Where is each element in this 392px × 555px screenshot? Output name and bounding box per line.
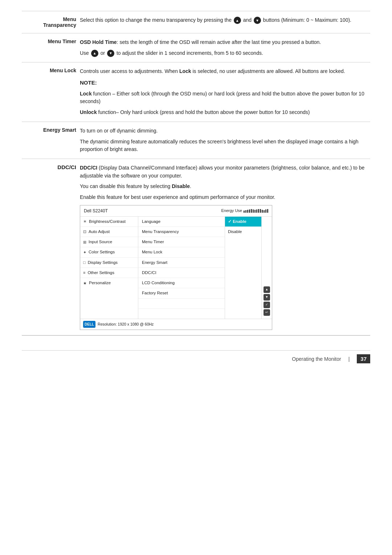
osd-energy-label: Energy Use <box>221 208 242 214</box>
label-menu-transparency: Menu Transparency <box>22 11 80 33</box>
osd-options-panel: Enable Disable <box>225 217 261 319</box>
bar-11 <box>262 210 263 213</box>
other-settings-icon: ≡ <box>83 270 85 276</box>
page-wrapper: Menu Transparency Select this option to … <box>0 0 392 385</box>
osd-submenu-energy-smart[interactable]: Energy Smart <box>138 258 225 268</box>
row-menu-timer: Menu Timer OSD Hold Time: sets the lengt… <box>22 33 370 62</box>
ddc-ci-text-1: DDC/CI (Display Data Channel/Command Int… <box>80 164 367 180</box>
menu-transparency-text: Select this option to change the menu tr… <box>80 16 367 24</box>
page-footer: Operating the Monitor | 37 <box>22 350 370 363</box>
energy-smart-text-1: To turn on or off dynamic dimming. <box>80 127 367 135</box>
content-energy-smart: To turn on or off dynamic dimming. The d… <box>80 122 370 159</box>
osd-menu-label-input-source: Input Source <box>89 239 112 245</box>
energy-bars <box>244 209 268 213</box>
osd-footer-resolution: Resolution: 1920 x 1080 @ 60Hz <box>98 322 154 327</box>
osd-menu-item-auto-adjust[interactable]: ⊡ Auto Adjust <box>80 227 138 237</box>
input-source-icon: ⊞ <box>83 239 86 245</box>
ddc-ci-text-3: Enable this feature for best user experi… <box>80 193 367 201</box>
bar-7 <box>254 210 256 213</box>
osd-submenu-menu-transparency[interactable]: Menu Transparency <box>138 227 225 237</box>
osd-submenu-menu-timer[interactable]: Menu Timer <box>138 237 225 247</box>
page-number: 37 <box>357 354 370 363</box>
osd-submenu-blank-2 <box>138 309 225 319</box>
osd-submenu: Language Menu Transparency Menu Timer Me… <box>138 217 225 319</box>
personalize-icon: ★ <box>83 280 87 286</box>
menu-timer-text-1: OSD Hold Time: sets the length of time t… <box>80 38 367 46</box>
auto-adjust-icon: ⊡ <box>83 229 86 235</box>
osd-body: ☀ Brightness/Contrast ⊡ Auto Adjust ⊞ In… <box>80 217 272 319</box>
display-settings-icon: □ <box>83 260 86 266</box>
label-energy-smart: Energy Smart <box>22 122 80 159</box>
osd-submenu-language[interactable]: Language <box>138 217 225 227</box>
bar-5 <box>251 209 252 213</box>
osd-menu-label-personalize: Personalize <box>89 280 111 286</box>
osd-nav-back[interactable]: ↩ <box>264 309 270 316</box>
osd-nav-down[interactable]: ▼ <box>264 294 270 301</box>
bar-10 <box>260 209 261 213</box>
osd-menu-item-input-source[interactable]: ⊞ Input Source <box>80 237 138 247</box>
osd-submenu-blank-1 <box>138 299 225 309</box>
osd-screenshot: Dell S2240T Energy Use <box>80 205 272 330</box>
dell-logo: DELL <box>83 321 95 328</box>
content-table: Menu Transparency Select this option to … <box>22 11 370 335</box>
row-menu-lock: Menu Lock Controls user access to adjust… <box>22 62 370 122</box>
note-label: NOTE: <box>80 78 367 87</box>
bar-8 <box>256 209 257 213</box>
osd-nav-buttons: ▲ ▼ ✓ ↩ <box>261 217 272 319</box>
label-ddc-ci: DDC/CI <box>22 159 80 335</box>
osd-left-menu: ☀ Brightness/Contrast ⊡ Auto Adjust ⊞ In… <box>80 217 138 319</box>
osd-submenu-ddc-ci[interactable]: DDC/CI <box>138 268 225 278</box>
osd-menu-item-brightness[interactable]: ☀ Brightness/Contrast <box>80 217 138 227</box>
label-menu-timer: Menu Timer <box>22 33 80 62</box>
osd-submenu-factory-reset[interactable]: Factory Reset <box>138 288 225 298</box>
row-menu-transparency: Menu Transparency Select this option to … <box>22 11 370 33</box>
osd-menu-label-display-settings: Display Settings <box>88 260 118 266</box>
osd-menu-item-display-settings[interactable]: □ Display Settings <box>80 258 138 268</box>
bar-6 <box>253 209 254 213</box>
up-arrow-icon: ▲ <box>234 17 241 24</box>
osd-model-name: Dell S2240T <box>84 208 108 214</box>
footer-divider: | <box>348 356 350 362</box>
osd-menu-label-color-settings: Color Settings <box>89 249 115 255</box>
menu-lock-intro: Controls user access to adjustments. Whe… <box>80 68 367 76</box>
osd-option-enable[interactable]: Enable <box>225 217 261 227</box>
energy-smart-text-2: The dynamic dimming feature automaticall… <box>80 138 367 154</box>
ddc-ci-text-2: You can disable this feature by selectin… <box>80 183 367 191</box>
osd-menu-item-color-settings[interactable]: ✦ Color Settings <box>80 247 138 257</box>
bar-3 <box>247 210 248 213</box>
menu-lock-note-1: Lock function – Either soft lock (throug… <box>80 90 367 106</box>
osd-submenu-menu-lock[interactable]: Menu Lock <box>138 247 225 257</box>
osd-menu-label-brightness: Brightness/Contrast <box>89 219 126 225</box>
osd-header: Dell S2240T Energy Use <box>80 205 272 217</box>
osd-option-disable[interactable]: Disable <box>225 227 261 237</box>
osd-nav-select[interactable]: ✓ <box>264 302 270 308</box>
osd-nav-up[interactable]: ▲ <box>264 286 270 293</box>
osd-menu-item-other-settings[interactable]: ≡ Other Settings <box>80 268 138 278</box>
osd-menu-item-personalize[interactable]: ★ Personalize <box>80 278 138 288</box>
row-ddc-ci: DDC/CI DDC/CI (Display Data Channel/Comm… <box>22 159 370 335</box>
menu-timer-text-2: Use ▲ or ▼ to adjust the slider in 1 sec… <box>80 49 367 57</box>
osd-energy-bar: Energy Use <box>221 208 268 214</box>
color-settings-icon: ✦ <box>83 249 86 256</box>
bar-1 <box>244 211 245 213</box>
osd-menu-label-auto-adjust: Auto Adjust <box>89 229 110 235</box>
down-arrow-icon-2: ▼ <box>107 50 114 57</box>
osd-menu-label-other-settings: Other Settings <box>87 270 114 276</box>
row-energy-smart: Energy Smart To turn on or off dynamic d… <box>22 122 370 159</box>
bar-12 <box>264 210 265 213</box>
content-menu-transparency: Select this option to change the menu tr… <box>80 11 370 33</box>
label-menu-lock: Menu Lock <box>22 62 80 122</box>
bar-4 <box>249 209 250 213</box>
osd-submenu-lcd-conditioning[interactable]: LCD Conditioning <box>138 278 225 288</box>
bar-14 <box>267 209 268 213</box>
footer-text: Operating the Monitor <box>292 356 341 362</box>
content-ddc-ci: DDC/CI (Display Data Channel/Command Int… <box>80 159 370 335</box>
content-menu-timer: OSD Hold Time: sets the length of time t… <box>80 33 370 62</box>
bottom-border <box>22 335 370 336</box>
up-arrow-icon-2: ▲ <box>91 50 98 57</box>
bar-13 <box>265 209 266 213</box>
down-arrow-icon: ▼ <box>254 17 261 24</box>
brightness-icon: ☀ <box>83 219 87 225</box>
bar-9 <box>258 209 259 213</box>
osd-footer: DELL Resolution: 1920 x 1080 @ 60Hz <box>80 319 272 330</box>
